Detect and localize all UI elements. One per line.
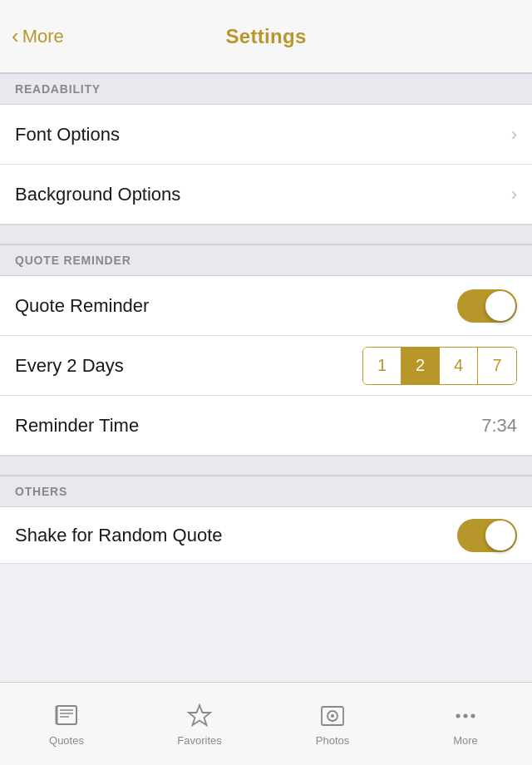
seg-btn-1[interactable]: 1 bbox=[363, 348, 401, 384]
tab-quotes[interactable]: Quotes bbox=[0, 702, 133, 747]
tab-more-label: More bbox=[453, 734, 478, 747]
tab-photos[interactable]: Photos bbox=[266, 702, 399, 747]
more-icon bbox=[451, 702, 480, 730]
background-options-row[interactable]: Background Options › bbox=[0, 165, 532, 225]
svg-point-8 bbox=[331, 714, 334, 718]
tab-quotes-label: Quotes bbox=[49, 734, 84, 747]
star-icon bbox=[185, 702, 214, 730]
quote-others-spacer bbox=[0, 456, 532, 476]
back-label: More bbox=[22, 26, 64, 47]
book-icon bbox=[52, 702, 81, 730]
every-n-days-row: Every 2 Days 1 2 4 7 bbox=[0, 336, 532, 396]
every-n-days-label: Every 2 Days bbox=[15, 355, 124, 377]
svg-rect-0 bbox=[57, 706, 76, 724]
shake-toggle-knob bbox=[485, 521, 515, 550]
tab-favorites[interactable]: Favorites bbox=[133, 702, 266, 747]
font-options-chevron-icon: › bbox=[511, 124, 517, 146]
reminder-time-value: 7:34 bbox=[481, 415, 517, 437]
page-title: Settings bbox=[225, 25, 306, 48]
svg-marker-5 bbox=[189, 705, 210, 725]
reminder-time-label: Reminder Time bbox=[15, 415, 139, 437]
seg-btn-2[interactable]: 2 bbox=[401, 348, 440, 384]
readability-section: Font Options › Background Options › bbox=[0, 105, 532, 225]
tab-bar: Quotes Favorites Photos More bbox=[0, 682, 532, 765]
main-content: READABILITY Font Options › Background Op… bbox=[0, 73, 532, 755]
readability-quote-spacer bbox=[0, 225, 532, 244]
reminder-time-row[interactable]: Reminder Time 7:34 bbox=[0, 396, 532, 456]
font-options-row[interactable]: Font Options › bbox=[0, 105, 532, 165]
toggle-knob bbox=[485, 291, 515, 321]
shake-random-toggle[interactable] bbox=[457, 519, 517, 552]
section-header-readability: READABILITY bbox=[0, 73, 532, 105]
photo-icon bbox=[318, 702, 347, 730]
background-options-label: Background Options bbox=[15, 184, 180, 205]
seg-btn-4[interactable]: 4 bbox=[440, 348, 478, 384]
tab-favorites-label: Favorites bbox=[177, 734, 221, 747]
background-options-right: › bbox=[511, 184, 517, 205]
shake-random-label: Shake for Random Quote bbox=[15, 525, 222, 546]
svg-point-11 bbox=[471, 713, 475, 718]
back-button[interactable]: ‹ More bbox=[12, 26, 64, 47]
font-options-right: › bbox=[511, 124, 517, 146]
section-header-quote-reminder: QUOTE REMINDER bbox=[0, 244, 532, 276]
back-chevron-icon: ‹ bbox=[12, 25, 19, 47]
header: ‹ More Settings bbox=[0, 0, 532, 73]
section-header-others: OTHERS bbox=[0, 476, 532, 507]
quote-reminder-row[interactable]: Quote Reminder bbox=[0, 276, 532, 336]
quote-reminder-toggle[interactable] bbox=[457, 289, 517, 323]
quote-reminder-section: Quote Reminder Every 2 Days 1 2 4 7 Remi… bbox=[0, 276, 532, 456]
background-options-chevron-icon: › bbox=[511, 184, 517, 205]
days-segmented-control[interactable]: 1 2 4 7 bbox=[362, 347, 517, 385]
tab-photos-label: Photos bbox=[316, 734, 349, 747]
svg-point-10 bbox=[464, 713, 468, 718]
seg-btn-7[interactable]: 7 bbox=[478, 348, 516, 384]
font-options-label: Font Options bbox=[15, 124, 120, 146]
tab-more[interactable]: More bbox=[399, 702, 532, 747]
svg-point-9 bbox=[456, 713, 461, 718]
quote-reminder-label: Quote Reminder bbox=[15, 295, 149, 317]
shake-random-row[interactable]: Shake for Random Quote bbox=[0, 507, 532, 564]
others-section: Shake for Random Quote bbox=[0, 507, 532, 564]
